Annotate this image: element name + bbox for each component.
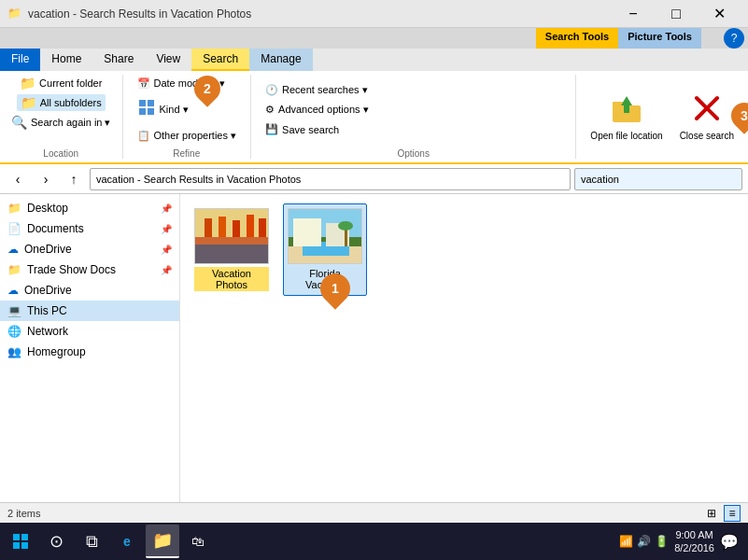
file-thumb-vacation [194, 208, 269, 264]
forward-button[interactable]: › [34, 167, 58, 191]
kind-btn[interactable]: Kind ▾ 2 [131, 95, 195, 124]
address-bar[interactable]: vacation - Search Results in Vacation Ph… [90, 168, 571, 190]
sidebar-item-onedrive[interactable]: ☁ OneDrive [0, 280, 179, 301]
nav-bar: ‹ › ↑ vacation - Search Results in Vacat… [0, 164, 748, 194]
minimize-button[interactable]: − [612, 0, 655, 28]
pin-icon-onedrive: 📌 [161, 245, 172, 255]
pin-icon-desktop: 📌 [161, 203, 172, 214]
edge-btn[interactable]: e [110, 525, 144, 558]
up-button[interactable]: ↑ [62, 167, 86, 191]
save-icon: 💾 [265, 123, 278, 135]
all-subfolders-btn[interactable]: 📁 All subfolders [17, 94, 106, 111]
subfolders-icon: 📁 [21, 95, 36, 110]
refine-buttons: 📅 Date modified ▾ Kind ▾ [131, 75, 244, 145]
ribbon-group-options: 🕐 Recent searches ▾ ⚙ Advanced options ▾… [251, 75, 576, 159]
maximize-button[interactable]: □ [655, 0, 698, 28]
file-explorer-taskbar-btn[interactable]: 📁 [146, 525, 179, 558]
calendar-icon: 📅 [137, 77, 150, 90]
pin-icon-documents: 📌 [161, 224, 172, 234]
ribbon-context-tabs: Search Tools Picture Tools ? [0, 28, 748, 49]
notification-icon[interactable]: 💬 [720, 533, 739, 551]
list-view-btn[interactable]: ≡ [724, 505, 741, 522]
open-file-icon [611, 92, 642, 131]
sidebar-item-desktop[interactable]: 📁 Desktop 📌 [0, 198, 179, 218]
open-file-location-btn[interactable]: Open file location [584, 88, 669, 146]
open-file-location-wrap: Open file location 3 [584, 88, 669, 146]
clock-date: 8/2/2016 [674, 541, 714, 554]
app-window: 📁 vacation - Search Results in Vacation … [0, 0, 748, 560]
svg-rect-3 [148, 108, 154, 115]
recent-searches-btn[interactable]: 🕐 Recent searches ▾ [259, 81, 374, 99]
tab-manage[interactable]: Manage [249, 49, 312, 71]
battery-tray-icon: 🔋 [655, 535, 669, 548]
current-folder-btn[interactable]: 📁 Current folder [16, 75, 106, 91]
search-taskbar-btn[interactable]: ⊙ [39, 525, 73, 558]
close-button[interactable]: ✕ [698, 0, 741, 28]
svg-rect-0 [139, 100, 146, 106]
network-icon: 🌐 [7, 325, 21, 338]
documents-icon: 📄 [7, 222, 21, 235]
tab-home[interactable]: Home [40, 49, 92, 71]
search-input[interactable] [574, 168, 742, 190]
tab-share[interactable]: Share [92, 49, 145, 71]
svg-rect-16 [259, 218, 266, 237]
sidebar-item-onedrive-pinned[interactable]: ☁ OneDrive 📌 [0, 239, 179, 259]
network-tray-icon: 📶 [619, 535, 633, 548]
help-button[interactable]: ? [724, 28, 744, 49]
svg-rect-1 [148, 100, 154, 106]
window-controls: − □ ✕ [612, 0, 741, 28]
svg-rect-28 [21, 542, 28, 549]
sidebar-item-homegroup[interactable]: 👥 Homegroup [0, 342, 179, 362]
onedrive-icon-pinned: ☁ [7, 243, 19, 256]
sidebar-item-network[interactable]: 🌐 Network [0, 321, 179, 342]
tab-view[interactable]: View [145, 49, 191, 71]
options-buttons: 🕐 Recent searches ▾ ⚙ Advanced options ▾… [259, 75, 375, 145]
onedrive-icon: ☁ [7, 284, 19, 297]
start-button[interactable] [4, 525, 37, 558]
tab-file[interactable]: File [0, 49, 40, 71]
ribbon-group-location: 📁 Current folder 📁 All subfolders 🔍 Sear… [0, 75, 123, 159]
search-again-btn[interactable]: 🔍 Search again in ▾ [7, 114, 115, 131]
tab-search[interactable]: Search [191, 49, 249, 71]
system-tray: 📶 🔊 🔋 9:00 AM 8/2/2016 💬 [614, 528, 744, 555]
back-button[interactable]: ‹ [6, 167, 30, 191]
taskbar: ⊙ ⧉ e 📁 🛍 📶 🔊 🔋 9:00 AM 8/2/2016 💬 [0, 523, 748, 560]
sidebar-item-documents[interactable]: 📄 Documents 📌 [0, 218, 179, 239]
save-search-btn[interactable]: 💾 Save search [259, 120, 346, 138]
picture-tools-tab[interactable]: Picture Tools [618, 28, 701, 49]
file-item-vacation-photos[interactable]: Vacation Photos [190, 203, 274, 296]
options-label: Options [397, 145, 429, 159]
svg-rect-15 [247, 215, 254, 237]
svg-rect-23 [345, 228, 347, 246]
other-properties-btn[interactable]: 📋 Other properties ▾ [131, 127, 244, 145]
pc-icon: 💻 [7, 304, 21, 317]
svg-rect-11 [195, 237, 269, 264]
search-again-icon: 🔍 [11, 115, 27, 130]
advanced-options-btn[interactable]: ⚙ Advanced options ▾ [259, 101, 375, 119]
search-tools-tab[interactable]: Search Tools [536, 28, 618, 49]
desktop-icon: 📁 [7, 202, 21, 215]
tray-icons: 📶 🔊 🔋 [619, 535, 669, 548]
svg-rect-25 [13, 534, 20, 540]
clock[interactable]: 9:00 AM 8/2/2016 [674, 528, 714, 555]
svg-rect-21 [293, 218, 321, 246]
sidebar-item-thispc[interactable]: 💻 This PC [0, 301, 179, 321]
item-count: 2 items [7, 508, 40, 519]
title-bar: 📁 vacation - Search Results in Vacation … [0, 0, 748, 28]
svg-point-24 [338, 221, 353, 231]
grid-view-btn[interactable]: ⊞ [703, 505, 720, 522]
recent-icon: 🕐 [265, 84, 278, 96]
file-thumb-florida [288, 208, 362, 264]
close-search-icon [691, 92, 723, 131]
kind-icon [137, 98, 156, 121]
ribbon-group-refine: 📅 Date modified ▾ Kind ▾ [123, 75, 252, 159]
clock-time: 9:00 AM [674, 528, 714, 541]
volume-tray-icon: 🔊 [637, 535, 651, 548]
svg-rect-14 [233, 220, 240, 237]
store-btn[interactable]: 🛍 [181, 525, 215, 558]
location-label: Location [43, 145, 78, 159]
tradeshow-icon: 📁 [7, 263, 21, 276]
sidebar-item-tradeshow[interactable]: 📁 Trade Show Docs 📌 [0, 259, 179, 280]
advanced-icon: ⚙ [265, 104, 275, 116]
task-view-btn[interactable]: ⧉ [75, 525, 108, 558]
